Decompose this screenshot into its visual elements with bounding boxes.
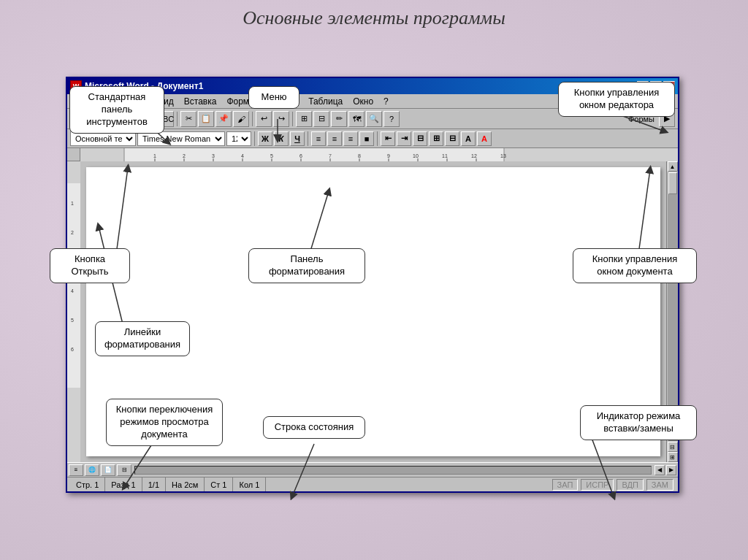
svg-text:12: 12: [471, 153, 477, 158]
horizontal-scrollbar[interactable]: [134, 466, 652, 475]
svg-text:6: 6: [299, 153, 302, 158]
section-status: Разд 1: [105, 477, 142, 491]
annotation-menu: Меню: [248, 86, 299, 109]
scroll-page-up-button[interactable]: ⊞: [668, 452, 678, 462]
svg-text:2: 2: [183, 153, 186, 158]
font-color-button[interactable]: A: [477, 131, 492, 146]
annotation-editor-controls: Кнопки управления окном редактора: [558, 82, 675, 117]
svg-text:13: 13: [500, 153, 506, 158]
align-justify-button[interactable]: ■: [359, 131, 374, 146]
scroll-track[interactable]: [668, 172, 678, 430]
annotation-insert-indicator: Индикатор режима вставки/замены: [580, 405, 697, 440]
svg-text:6: 6: [71, 347, 74, 352]
position-status: На 2см: [166, 477, 205, 491]
annotation-rulers: Линейки форматирования: [95, 321, 190, 356]
scroll-up-button[interactable]: ▲: [668, 161, 678, 172]
separator-2: [252, 112, 253, 126]
web-view-button[interactable]: 🌐: [85, 464, 99, 476]
format-painter-button[interactable]: 🖌: [233, 111, 249, 127]
svg-text:11: 11: [442, 153, 448, 158]
svg-text:1: 1: [71, 201, 74, 206]
annotation-format-panel: Панель форматирования: [248, 248, 365, 283]
scroll-right-button[interactable]: ▶: [666, 465, 676, 475]
numbering-button[interactable]: ⊟: [413, 131, 427, 146]
scroll-thumb[interactable]: [668, 172, 677, 194]
align-left-button[interactable]: ≡: [311, 131, 326, 146]
table-button[interactable]: ⊞: [296, 111, 312, 127]
svg-text:3: 3: [212, 153, 215, 158]
drawing-button[interactable]: ✏: [331, 111, 347, 127]
menu-table[interactable]: Таблица: [304, 96, 347, 107]
svg-rect-30: [67, 183, 80, 388]
overtype-button[interactable]: ЗАМ: [646, 479, 673, 491]
annotation-open-button: Кнопка Открыть: [50, 248, 130, 283]
svg-text:5: 5: [270, 153, 273, 158]
track-changes-button[interactable]: ИСПР: [581, 479, 614, 491]
svg-text:5: 5: [71, 318, 74, 323]
page-status: Стр. 1: [70, 477, 105, 491]
help-button[interactable]: ?: [383, 111, 400, 127]
menu-help[interactable]: ?: [379, 96, 393, 107]
vertical-ruler: 1 2 3 4 5 6: [67, 161, 80, 462]
normal-view-button[interactable]: ≡: [69, 464, 83, 476]
underline-button[interactable]: Ч: [290, 131, 305, 146]
scroll-left-button[interactable]: ◀: [654, 465, 665, 475]
format-separator-1: [254, 131, 255, 146]
menu-insert[interactable]: Вставка: [180, 96, 221, 107]
svg-text:10: 10: [413, 153, 419, 158]
annotation-doc-controls: Кнопки управления окном документа: [573, 248, 697, 283]
bullets-button[interactable]: ⊞: [429, 131, 443, 146]
page-view-button[interactable]: 📄: [101, 464, 115, 476]
ruler-row: 1 2 3 4 5 6 7 8 9: [67, 148, 678, 161]
menu-window[interactable]: Окно: [348, 96, 378, 107]
size-select[interactable]: 12: [226, 131, 251, 146]
highlight-button[interactable]: A: [461, 131, 476, 146]
scroll-page-down-button[interactable]: ⊟: [668, 442, 678, 452]
status-bar: Стр. 1 Разд 1 1/1 На 2см Ст 1 Кол 1 ЗАП …: [67, 477, 678, 491]
page-title: Основные элементы программы: [0, 0, 748, 35]
align-center-button[interactable]: ≡: [327, 131, 342, 146]
bold-button[interactable]: Ж: [258, 131, 272, 146]
svg-text:2: 2: [71, 230, 74, 235]
svg-text:4: 4: [71, 288, 74, 294]
decrease-indent-button[interactable]: ⇤: [381, 131, 395, 146]
ruler-corner: [67, 148, 80, 161]
annotation-status-bar: Строка состояния: [263, 416, 365, 439]
col-status: Кол 1: [233, 477, 266, 491]
zoom-button[interactable]: 🔍: [366, 111, 382, 127]
horizontal-ruler: 1 2 3 4 5 6 7 8 9: [80, 148, 678, 161]
line-status: Ст 1: [205, 477, 233, 491]
bottom-toolbar: ≡ 🌐 📄 ⊟ ◀ ▶: [67, 462, 678, 477]
document-map-button[interactable]: 🗺: [348, 111, 365, 127]
format-separator-2: [308, 131, 308, 146]
svg-text:8: 8: [358, 153, 361, 158]
borders-button[interactable]: ⊟: [445, 131, 459, 146]
columns-button[interactable]: ⊟: [313, 111, 329, 127]
italic-button[interactable]: К: [274, 131, 289, 146]
undo-button[interactable]: ↩: [256, 111, 272, 127]
annotation-view-buttons: Кнопки переключения режимов просмотра до…: [106, 399, 223, 446]
paste-button[interactable]: 📌: [215, 111, 232, 127]
copy-button[interactable]: 📋: [198, 111, 214, 127]
svg-text:1: 1: [153, 153, 156, 158]
align-right-button[interactable]: ≡: [343, 131, 358, 146]
extend-button[interactable]: ВДП: [617, 479, 643, 491]
svg-text:7: 7: [329, 153, 332, 158]
separator-1: [177, 112, 178, 126]
redo-button[interactable]: ↪: [273, 111, 289, 127]
outline-view-button[interactable]: ⊟: [117, 464, 131, 476]
increase-indent-button[interactable]: ⇥: [397, 131, 411, 146]
svg-text:4: 4: [241, 153, 244, 158]
separator-3: [292, 112, 293, 126]
pages-status: 1/1: [142, 477, 166, 491]
annotation-standard-toolbar: Стандартная панель инструментов: [69, 86, 164, 134]
cut-button[interactable]: ✂: [180, 111, 196, 127]
svg-text:9: 9: [387, 153, 390, 158]
record-button[interactable]: ЗАП: [552, 479, 579, 491]
format-separator-3: [377, 131, 378, 146]
